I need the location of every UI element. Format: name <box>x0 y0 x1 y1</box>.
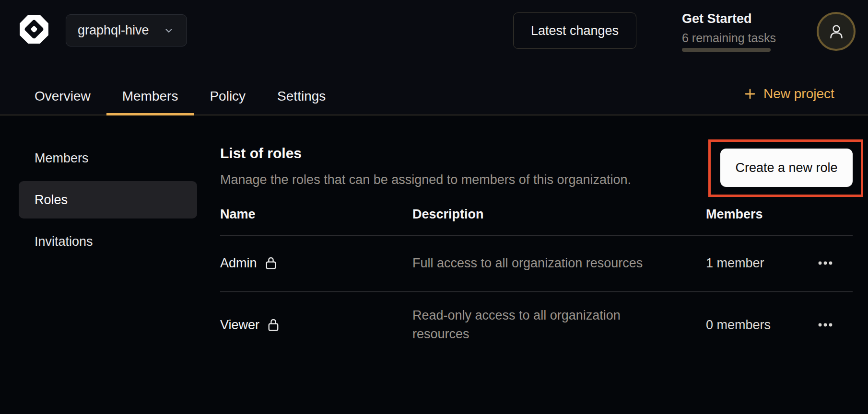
lock-icon <box>264 256 278 270</box>
latest-changes-button[interactable]: Latest changes <box>513 12 636 49</box>
chevron-down-icon <box>164 25 174 36</box>
get-started-title: Get Started <box>682 12 778 26</box>
sidebar-item-roles[interactable]: Roles <box>19 181 197 218</box>
role-member-count: 0 members <box>706 318 771 333</box>
role-name-cell: Admin <box>220 256 278 271</box>
sidebar-item-label: Roles <box>35 193 68 207</box>
org-tab-bar: Overview Members Policy Settings <box>19 77 341 115</box>
role-name: Viewer <box>220 318 259 333</box>
role-name: Admin <box>220 256 257 271</box>
plus-icon <box>744 88 756 100</box>
sidebar-item-members[interactable]: Members <box>19 139 197 177</box>
lock-icon <box>267 318 280 332</box>
role-name-cell: Viewer <box>220 318 280 333</box>
row-menu-button[interactable] <box>818 322 833 328</box>
column-header-name: Name <box>220 207 256 222</box>
table-row-viewer: Viewer Read-only access to all organizat… <box>220 291 853 358</box>
get-started-subtitle: 6 remaining tasks <box>682 31 778 45</box>
sidebar-item-label: Invitations <box>35 234 93 249</box>
tab-policy[interactable]: Policy <box>194 77 261 115</box>
page-subtitle: Manage the roles that can be assigned to… <box>220 172 631 187</box>
row-menu-button[interactable] <box>818 260 833 266</box>
role-description: Read-only access to all organization res… <box>412 306 662 344</box>
user-avatar[interactable] <box>817 12 856 51</box>
column-header-members: Members <box>706 207 763 222</box>
get-started-widget[interactable]: Get Started 6 remaining tasks <box>682 12 778 45</box>
new-project-button[interactable]: New project <box>744 80 834 107</box>
column-header-description: Description <box>412 207 484 222</box>
sidebar-item-label: Members <box>35 151 89 166</box>
tab-members[interactable]: Members <box>106 77 194 115</box>
new-project-label: New project <box>763 86 834 102</box>
table-row-admin: Admin Full access to all organization re… <box>220 235 853 291</box>
tab-overview[interactable]: Overview <box>19 77 106 115</box>
create-new-role-button[interactable]: Create a new role <box>720 149 853 187</box>
hive-logo-icon[interactable] <box>18 13 50 45</box>
sidebar-item-invitations[interactable]: Invitations <box>19 223 197 260</box>
tab-settings[interactable]: Settings <box>261 77 341 115</box>
get-started-progress-bar <box>682 48 771 52</box>
role-description: Full access to all organization resource… <box>412 254 662 273</box>
top-bar: graphql-hive Latest changes Get Started … <box>0 0 868 115</box>
user-icon <box>827 22 846 41</box>
org-switcher-button[interactable]: graphql-hive <box>66 14 187 46</box>
page-title: List of roles <box>220 145 302 161</box>
org-name: graphql-hive <box>78 23 149 38</box>
role-member-count: 1 member <box>706 256 764 271</box>
